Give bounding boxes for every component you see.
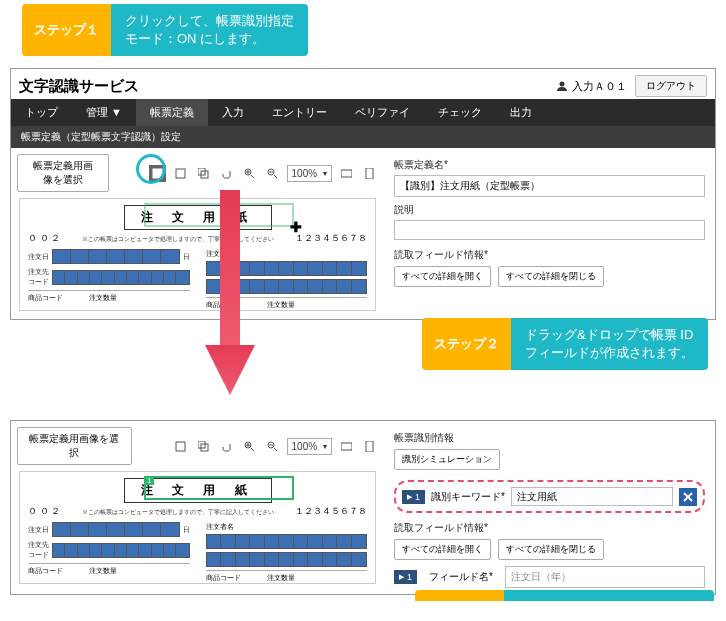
nav-verify[interactable]: ベリファイ	[341, 99, 424, 126]
canvas-toolbar-b: 100%▾	[166, 434, 385, 459]
left-pane-b: 帳票定義用画像を選択 100%▾ 注 文 用 紙 1	[11, 421, 384, 594]
main-nav: トップ 管理 ▼ 帳票定義 入力 エントリー ベリファイ チェック 出力	[11, 99, 715, 126]
fit-page-icon[interactable]	[361, 438, 378, 455]
current-user: 入力Ａ０１	[556, 79, 627, 94]
form-canvas-b[interactable]: 注 文 用 紙 1 ０ ０ ２ ※この帳票はコンピュータで処理しますので、丁寧に…	[19, 471, 376, 584]
chevron-right-icon: ▶	[399, 573, 404, 581]
form-serial: １２３４５６７８	[295, 232, 367, 245]
open-all-button[interactable]: すべての詳細を開く	[394, 266, 491, 287]
sub-breadcrumb: 帳票定義（定型帳票文字認識）設定	[11, 126, 715, 148]
left-pane: 帳票定義用画像を選択 100%▾ 注 文 用 紙	[11, 148, 384, 319]
nav-form-def[interactable]: 帳票定義	[136, 99, 208, 126]
svg-rect-14	[366, 168, 373, 179]
chevron-down-icon: ▾	[323, 169, 327, 178]
ident-keyword-input[interactable]	[511, 487, 673, 506]
ident-keyword-index[interactable]: ▶1	[402, 490, 425, 504]
canvas-left-col: 注文日 日 注文先 コード	[28, 249, 190, 310]
ident-keyword-row: ▶1 識別キーワード*	[394, 480, 705, 513]
dup-tool-icon[interactable]	[195, 438, 212, 455]
fit-width-icon[interactable]	[338, 165, 355, 182]
step1-tag: ステップ１	[22, 4, 111, 56]
zoom-percent[interactable]: 100%▾	[287, 165, 333, 182]
chevron-down-icon: ▾	[323, 442, 327, 451]
step2-text: ドラッグ&ドロップで帳票 ID フィールドが作成されます。	[511, 318, 708, 370]
chevron-right-icon: ▶	[407, 493, 412, 501]
field-index[interactable]: ▶1	[394, 570, 417, 584]
app-header: 文字認識サービス 入力Ａ０１ ログアウト	[11, 69, 715, 99]
select-tool-icon[interactable]	[172, 165, 189, 182]
svg-line-22	[251, 448, 254, 451]
zoom-in-icon[interactable]	[241, 438, 258, 455]
panel-after: 帳票定義用画像を選択 100%▾ 注 文 用 紙 1	[10, 420, 716, 595]
zoom-out-icon[interactable]	[264, 438, 281, 455]
close-all-button[interactable]: すべての詳細を閉じる	[498, 266, 604, 287]
form-code-b: ０ ０ ２	[28, 505, 60, 518]
user-name: 入力Ａ０１	[572, 79, 627, 94]
app-title: 文字認識サービス	[19, 77, 139, 96]
ident-keyword-delete-button[interactable]	[679, 488, 697, 506]
step3-text: 識別キーワードを入力します。	[504, 590, 714, 601]
nav-admin[interactable]: 管理 ▼	[72, 99, 136, 126]
fit-page-icon[interactable]	[361, 165, 378, 182]
nav-output[interactable]: 出力	[496, 99, 546, 126]
date-boxes	[52, 249, 180, 264]
def-name-label: 帳票定義名*	[394, 158, 705, 172]
ident-keyword-label: 識別キーワード*	[431, 490, 505, 504]
form-hint-b: ※この帳票はコンピュータで処理しますので、丁寧に記入してください	[82, 509, 274, 515]
open-all-button-b[interactable]: すべての詳細を開く	[394, 539, 491, 560]
nav-check[interactable]: チェック	[424, 99, 496, 126]
step1-callout: ステップ１ クリックして、帳票識別指定 モード：ON にします。	[22, 4, 308, 56]
ident-sim-button[interactable]: 識別シミュレーション	[394, 449, 500, 470]
panel-before: 文字認識サービス 入力Ａ０１ ログアウト トップ 管理 ▼ 帳票定義 入力 エン…	[10, 68, 716, 320]
ident-mode-tool-icon[interactable]	[149, 165, 166, 182]
svg-rect-29	[366, 441, 373, 452]
right-properties-b: 帳票識別情報 識別シミュレーション ▶1 識別キーワード* 読取フィールド情報*…	[384, 421, 715, 594]
read-fields-label: 読取フィールド情報*	[394, 248, 705, 262]
right-properties: 帳票定義名* 【識別】注文用紙（定型帳票） 説明 読取フィールド情報* すべての…	[384, 148, 715, 319]
fit-width-icon[interactable]	[338, 438, 355, 455]
zoom-out-icon[interactable]	[264, 165, 281, 182]
svg-rect-3	[176, 169, 185, 178]
def-name-field[interactable]: 【識別】注文用紙（定型帳票）	[394, 175, 705, 197]
step3-tag: ステップ３	[415, 590, 504, 601]
desc-field[interactable]	[394, 220, 705, 240]
nav-input[interactable]: 入力	[208, 99, 258, 126]
field-name-label: フィールド名*	[429, 570, 493, 584]
canvas-right-col-b: 注文者名 商品コード 注文数量	[206, 522, 368, 583]
dup-tool-icon[interactable]	[195, 165, 212, 182]
hand-tool-icon[interactable]	[218, 165, 235, 182]
svg-rect-28	[341, 443, 352, 450]
step1-text: クリックして、帳票識別指定 モード：ON にします。	[111, 4, 308, 56]
nav-entry[interactable]: エントリー	[258, 99, 341, 126]
user-icon	[556, 80, 568, 92]
hand-tool-icon[interactable]	[218, 438, 235, 455]
svg-marker-16	[205, 345, 255, 395]
vendor-boxes	[52, 270, 190, 285]
canvas-toolbar: 100%▾	[143, 161, 385, 186]
canvas-left-col-b: 注文日 日 注文先 コード	[28, 522, 190, 583]
form-code: ０ ０ ２	[28, 232, 60, 245]
big-red-arrow	[200, 190, 260, 400]
step2-tag: ステップ２	[422, 318, 511, 370]
logout-button[interactable]: ログアウト	[635, 75, 707, 97]
zoom-in-icon[interactable]	[241, 165, 258, 182]
svg-rect-13	[341, 170, 352, 177]
close-all-button-b[interactable]: すべての詳細を閉じる	[498, 539, 604, 560]
form-title-box-b: 注 文 用 紙	[124, 478, 272, 503]
zoom-percent-b[interactable]: 100%▾	[287, 438, 333, 455]
step3-callout: ステップ３ 識別キーワードを入力します。	[415, 590, 714, 601]
step2-callout: ステップ２ ドラッグ&ドロップで帳票 ID フィールドが作成されます。	[422, 318, 708, 370]
form-canvas[interactable]: 注 文 用 紙 ✚ ０ ０ ２ ※この帳票はコンピュータで処理しますので、丁寧に…	[19, 198, 376, 311]
close-icon	[683, 492, 693, 502]
svg-line-7	[251, 175, 254, 178]
svg-line-11	[274, 175, 277, 178]
select-image-button-b[interactable]: 帳票定義用画像を選択	[17, 427, 132, 465]
svg-line-26	[274, 448, 277, 451]
select-image-button[interactable]: 帳票定義用画像を選択	[17, 154, 109, 192]
read-fields-label-b: 読取フィールド情報*	[394, 521, 705, 535]
ident-info-label: 帳票識別情報	[394, 431, 705, 445]
svg-rect-18	[176, 442, 185, 451]
field-name-value[interactable]: 注文日（年）	[505, 566, 705, 588]
nav-top[interactable]: トップ	[11, 99, 72, 126]
select-tool-icon[interactable]	[172, 438, 189, 455]
